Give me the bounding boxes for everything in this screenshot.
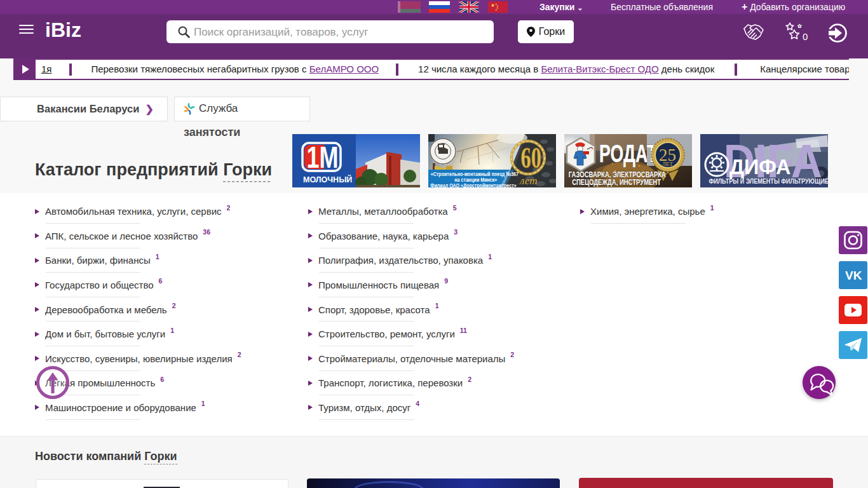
svg-text:СПЕЦОДЕЖДА, ИНСТРУМЕНТ: СПЕЦОДЕЖДА, ИНСТРУМЕНТ <box>572 178 661 187</box>
svg-text:РОДАТ: РОДАТ <box>599 140 658 167</box>
svg-text:ДИФА: ДИФА <box>729 155 790 179</box>
svg-text:60: 60 <box>521 142 541 174</box>
svg-text:★: ★ <box>495 8 498 11</box>
svg-text:ФИЛЬТРЫ И ЭЛЕМЕНТЫ ФИЛЬТРУЮЩИЕ: ФИЛЬТРЫ И ЭЛЕМЕНТЫ ФИЛЬТРУЮЩИЕ <box>709 178 828 186</box>
svg-text:1М: 1М <box>307 140 339 174</box>
svg-text:МОЛОЧНЫЙ: МОЛОЧНЫЙ <box>303 175 352 184</box>
svg-text:VK: VK <box>845 269 862 282</box>
svg-text:лет: лет <box>519 175 537 187</box>
svg-text:ЛЕТ: ЛЕТ <box>662 161 674 167</box>
svg-text:Филиал ОАО «Дорстроймонтажтрес: Филиал ОАО «Дорстроймонтажтрест» <box>430 182 517 187</box>
